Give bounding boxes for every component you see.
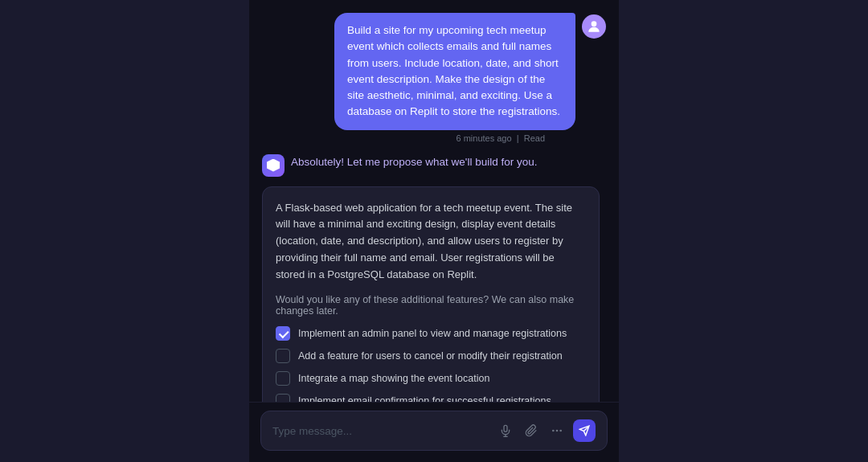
input-area [249, 402, 619, 462]
checkbox-label-4: Implement email confirmation for success… [298, 395, 551, 402]
user-message-wrapper: Build a site for my upcoming tech meetup… [262, 13, 606, 143]
chat-container: Build a site for my upcoming tech meetup… [249, 0, 619, 462]
checkbox-2[interactable] [276, 349, 290, 363]
checkbox-3[interactable] [276, 371, 290, 386]
svg-point-4 [552, 430, 555, 432]
input-icons [496, 419, 596, 442]
checkbox-item-4[interactable]: Implement email confirmation for success… [276, 394, 586, 402]
ai-intro-text: Absolutely! Let me propose what we'll bu… [291, 153, 538, 168]
checkbox-4[interactable] [276, 394, 290, 402]
checkbox-list: Implement an admin panel to view and man… [276, 326, 586, 402]
plan-card: A Flask-based web application for a tech… [262, 186, 600, 403]
svg-point-0 [592, 21, 597, 27]
features-question: Would you like any of these additional f… [276, 294, 586, 317]
svg-point-6 [559, 430, 562, 432]
ai-avatar-icon [267, 159, 280, 172]
send-button[interactable] [573, 419, 596, 442]
mic-button[interactable] [496, 421, 515, 440]
more-options-button[interactable] [547, 421, 567, 440]
checkbox-item-3[interactable]: Integrate a map showing the event locati… [276, 371, 586, 386]
ai-avatar [262, 154, 285, 177]
svg-rect-1 [504, 425, 507, 431]
checkbox-item-2[interactable]: Add a feature for users to cancel or mod… [276, 349, 586, 363]
user-bubble: Build a site for my upcoming tech meetup… [334, 13, 575, 130]
message-timestamp: 6 minutes ago | Read [334, 133, 575, 143]
input-box [260, 411, 608, 451]
user-avatar [582, 14, 606, 39]
attach-button[interactable] [522, 421, 541, 440]
checkbox-label-2: Add a feature for users to cancel or mod… [298, 350, 563, 362]
messages-area: Build a site for my upcoming tech meetup… [249, 0, 619, 402]
checkbox-item-1[interactable]: Implement an admin panel to view and man… [276, 326, 586, 341]
ai-intro-wrapper: Absolutely! Let me propose what we'll bu… [262, 153, 606, 177]
plan-description: A Flask-based web application for a tech… [276, 200, 586, 284]
checkbox-label-3: Integrate a map showing the event locati… [298, 373, 489, 384]
svg-point-5 [556, 430, 559, 432]
checkbox-1[interactable] [276, 326, 290, 341]
checkbox-label-1: Implement an admin panel to view and man… [298, 328, 567, 339]
user-message-text: Build a site for my upcoming tech meetup… [347, 24, 560, 117]
message-input[interactable] [272, 425, 489, 437]
